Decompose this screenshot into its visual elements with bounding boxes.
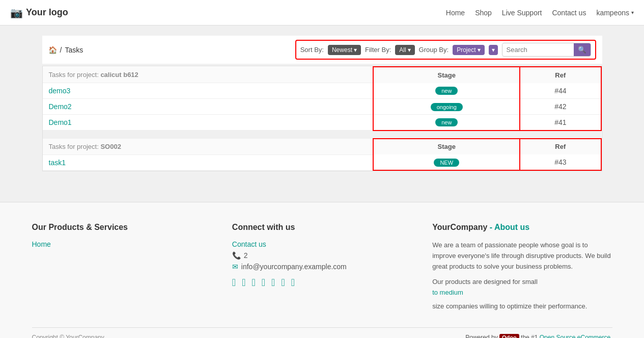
odoo-badge: Odoo: [499, 334, 519, 338]
task-name-link[interactable]: task1: [49, 159, 66, 167]
footer-products: Our Products & Services Home: [32, 223, 212, 317]
project-label: Tasks for project:: [49, 71, 99, 79]
footer-phone: 📞 2: [232, 251, 412, 259]
tasks-table-container: Tasks for project: calicut b612 Stage Re…: [42, 66, 602, 171]
footer-home-link[interactable]: Home: [32, 240, 212, 248]
nav-shop[interactable]: Shop: [475, 9, 492, 17]
project-group-row: Tasks for project: calicut b612 Stage Re…: [43, 67, 601, 83]
company-desc1: We are a team of passionate people whose…: [432, 240, 612, 272]
ref-value: #41: [554, 118, 566, 126]
page-title: Tasks: [65, 46, 83, 54]
ref-value: #43: [554, 158, 566, 166]
brand-name: Your logo: [26, 7, 68, 18]
open-source-link[interactable]: Open Source eCommerce.: [540, 334, 612, 338]
social-icons:       : [232, 277, 412, 292]
sort-newest-button[interactable]: Newest ▾: [328, 45, 361, 55]
github-icon[interactable]: : [281, 277, 285, 289]
task-row: demo3 new #44: [43, 83, 601, 99]
stage-badge: new: [435, 87, 458, 95]
tasks-table: Tasks for project: calicut b612 Stage Re…: [43, 66, 602, 171]
nav-home[interactable]: Home: [446, 9, 465, 17]
footer-company: YourCompany - About us We are a team of …: [432, 223, 612, 317]
products-title: Our Products & Services: [32, 223, 212, 232]
twitter-icon[interactable]: : [242, 277, 245, 289]
copyright: Copyright © YourCompany: [32, 334, 104, 338]
about-link[interactable]: - About us: [490, 223, 530, 231]
stage-badge: ongoing: [431, 103, 463, 111]
search-box: 🔍: [502, 43, 591, 57]
filter-label: Filter By:: [365, 46, 391, 54]
group-label: Group By:: [419, 46, 449, 54]
task-row: task1 NEW #43: [43, 154, 601, 170]
medium-link[interactable]: to medium: [432, 288, 612, 298]
youtube-icon[interactable]: : [262, 277, 265, 289]
task-row: Demo2 ongoing #42: [43, 99, 601, 115]
footer-connect: Connect with us Contact us 📞 2 ✉ info@yo…: [232, 223, 412, 317]
footer-email: ✉ info@yourcompany.example.com: [232, 263, 412, 271]
task-name-link[interactable]: demo3: [49, 87, 71, 95]
main-content: 🏠 / Tasks Sort By: Newest ▾ Filter By: A…: [32, 25, 612, 181]
nav-links: Home Shop Live Support Contact us kampeo…: [446, 9, 634, 17]
footer-email-address: info@yourcompany.example.com: [241, 263, 347, 271]
task-name-link[interactable]: Demo1: [49, 118, 72, 126]
navbar: 📷 Your logo Home Shop Live Support Conta…: [0, 0, 644, 25]
powered-by: Powered by Odoo the #1 Open Source eComm…: [465, 334, 612, 338]
ref-value: #44: [554, 87, 566, 95]
company-title: YourCompany - About us: [432, 223, 612, 232]
footer-contact-link[interactable]: Contact us: [232, 240, 412, 248]
camera-icon: 📷: [10, 7, 23, 19]
nav-live-support[interactable]: Live Support: [502, 9, 542, 17]
ref-value: #42: [554, 102, 566, 111]
project-name: SO002: [100, 143, 121, 150]
phone-icon: 📞: [232, 251, 241, 259]
stage-badge: NEW: [434, 159, 459, 167]
googleplus-icon[interactable]: : [271, 277, 275, 289]
project-name: calicut b612: [100, 71, 138, 79]
chevron-down-icon: ▾: [631, 10, 634, 15]
home-icon[interactable]: 🏠: [48, 46, 57, 54]
breadcrumb-separator: /: [60, 46, 62, 54]
breadcrumb: 🏠 / Tasks: [48, 46, 83, 54]
footer-bottom: Copyright © YourCompany Powered by Odoo …: [32, 327, 612, 338]
nav-contact-us[interactable]: Contact us: [552, 9, 586, 17]
task-row: Demo1 new #41: [43, 115, 601, 131]
group-extra-button[interactable]: ▾: [489, 45, 498, 55]
user-name: kampeons: [596, 9, 629, 17]
group-project-button[interactable]: Project ▾: [453, 45, 484, 55]
footer-inner: Our Products & Services Home Connect wit…: [32, 223, 612, 317]
project-label: Tasks for project:: [49, 143, 99, 150]
stage-badge: new: [435, 118, 458, 126]
top-bar: 🏠 / Tasks Sort By: Newest ▾ Filter By: A…: [42, 36, 602, 64]
filter-all-button[interactable]: All ▾: [395, 45, 414, 55]
facebook-icon[interactable]: : [232, 277, 236, 289]
footer: Our Products & Services Home Connect wit…: [0, 202, 644, 338]
user-menu[interactable]: kampeons ▾: [596, 9, 634, 17]
footer-phone-number: 2: [244, 251, 248, 259]
sort-label: Sort By:: [300, 46, 324, 54]
brand: 📷 Your logo: [10, 7, 68, 19]
linkedin-icon[interactable]: : [251, 277, 255, 289]
search-button[interactable]: 🔍: [574, 43, 591, 56]
search-input[interactable]: [502, 44, 574, 56]
task-name-link[interactable]: Demo2: [49, 102, 72, 111]
toolbar-controls: Sort By: Newest ▾ Filter By: All ▾ Group…: [295, 40, 596, 60]
company-desc2: Our products are designed for small to m…: [432, 277, 612, 311]
connect-title: Connect with us: [232, 223, 412, 232]
project-group-row: Tasks for project: SO002 Stage Ref: [43, 139, 601, 155]
email-icon: ✉: [232, 263, 238, 271]
instagram-icon[interactable]: : [291, 277, 295, 289]
